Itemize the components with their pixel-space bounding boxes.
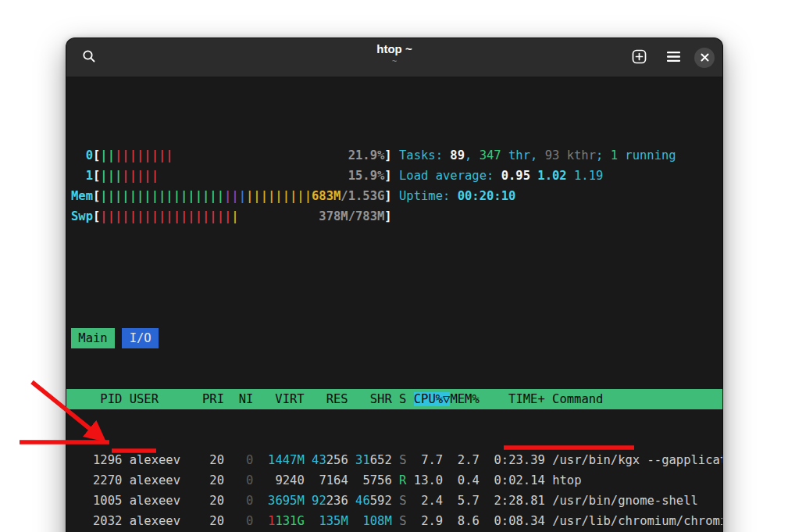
cpu0-meter: 0[|||||||||| 21.9%] Tasks: 89, 347 thr, … [71, 145, 718, 166]
column-header-user[interactable]: USER [130, 392, 195, 406]
window-subtitle: ~ [66, 56, 722, 66]
tab-io[interactable]: I/O [122, 328, 159, 348]
menu-icon [667, 51, 680, 66]
titlebar: htop ~ ~ [66, 38, 722, 77]
new-tab-button[interactable] [626, 45, 652, 71]
menu-button[interactable] [660, 45, 686, 71]
column-header-pri[interactable]: PRI [202, 392, 224, 406]
column-header-cpu[interactable]: CPU%▽ [414, 392, 451, 406]
column-header-mem[interactable]: MEM% [450, 392, 479, 406]
column-header-pid[interactable]: PID [71, 392, 122, 406]
cpu1-meter: 1[|||||||| 15.9%] Load average: 0.95 1.0… [71, 166, 718, 186]
tab-main[interactable]: Main [71, 328, 115, 348]
column-header-ni[interactable]: NI [231, 392, 253, 406]
column-header-shr[interactable]: SHR [355, 392, 392, 406]
search-icon [82, 49, 96, 66]
window-title: htop ~ [66, 42, 722, 56]
column-header-cmd[interactable]: Command [552, 392, 603, 406]
system-meters: 0[|||||||||| 21.9%] Tasks: 89, 347 thr, … [71, 145, 718, 227]
column-header-virt[interactable]: VIRT [261, 392, 305, 406]
process-row[interactable]: 2032 alexeev 20 0 1131G 135M 108M S 2.9 … [71, 511, 718, 531]
process-row[interactable]: 2270 alexeev 20 0 9240 7164 5756 R 13.0 … [71, 470, 718, 491]
search-button[interactable] [76, 45, 102, 71]
process-table: 1296 alexeev 20 0 1447M 43256 31652 S 7.… [71, 450, 718, 532]
column-header-res[interactable]: RES [312, 392, 348, 406]
terminal: 0[|||||||||| 21.9%] Tasks: 89, 347 thr, … [66, 77, 722, 532]
close-icon [701, 51, 709, 65]
process-row[interactable]: 1296 alexeev 20 0 1447M 43256 31652 S 7.… [71, 450, 718, 470]
tasks-summary: Tasks: 89, 347 thr, 93 kthr; 1 running [399, 148, 676, 162]
close-button[interactable] [694, 48, 715, 68]
screen-tabs: Main I/O [71, 328, 718, 348]
swp-meter: Swp[||||||||||||||||||| 378M/783M] [71, 206, 718, 227]
uptime: Uptime: 00:20:10 [399, 189, 515, 203]
mem-meter: Mem[|||||||||||||||||||||||||||||683M/1.… [71, 186, 718, 206]
column-header-time[interactable]: TIME+ [487, 392, 545, 406]
process-row[interactable]: 1005 alexeev 20 0 3695M 92236 46592 S 2.… [71, 491, 718, 511]
new-tab-icon [632, 49, 647, 67]
process-table-header: PID USER PRI NI VIRT RES SHR S CPU%▽MEM%… [66, 389, 722, 409]
load-average: Load average: 0.95 1.02 1.19 [399, 169, 603, 183]
console-window: htop ~ ~ [66, 37, 723, 532]
